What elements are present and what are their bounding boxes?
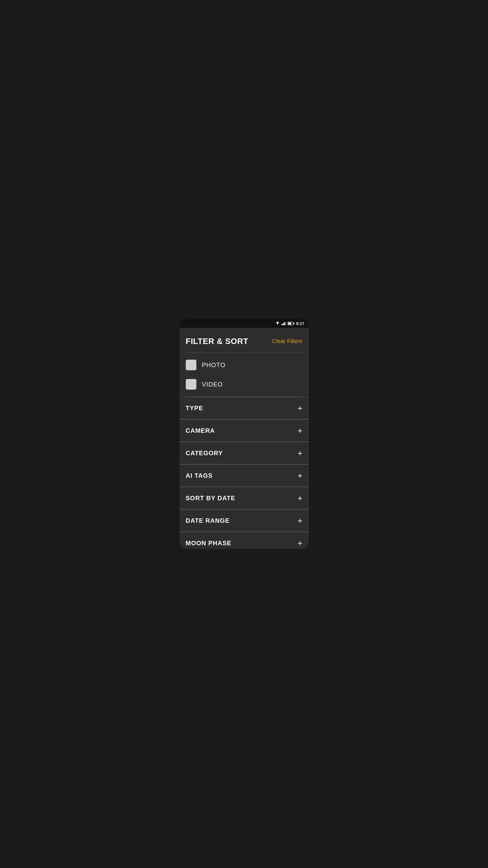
page-title: FILTER & SORT: [186, 337, 249, 346]
video-checkbox[interactable]: [186, 379, 196, 390]
type-section: TYPE +: [180, 397, 309, 419]
date-range-header[interactable]: DATE RANGE +: [180, 509, 309, 531]
date-range-label: DATE RANGE: [186, 517, 230, 524]
svg-rect-1: [283, 323, 284, 325]
camera-header[interactable]: CAMERA +: [180, 420, 309, 441]
signal-icon: [282, 321, 286, 325]
date-range-expand-icon: +: [297, 517, 302, 525]
category-section: CATEGORY +: [180, 442, 309, 464]
camera-expand-icon: +: [297, 427, 302, 435]
moon-phase-expand-icon: +: [297, 539, 302, 547]
video-checkbox-item[interactable]: VIDEO: [180, 375, 309, 394]
wifi-icon: [275, 321, 280, 325]
sort-by-date-label: SORT BY DATE: [186, 495, 235, 502]
ai-tags-label: AI TAGS: [186, 472, 213, 479]
sort-by-date-expand-icon: +: [297, 494, 302, 502]
sort-by-date-header[interactable]: SORT BY DATE +: [180, 487, 309, 509]
video-label: VIDEO: [202, 381, 223, 388]
moon-phase-label: MOON PHASE: [186, 539, 232, 547]
moon-phase-header[interactable]: MOON PHASE +: [180, 532, 309, 549]
photo-checkbox-item[interactable]: PHOTO: [180, 355, 309, 375]
type-header[interactable]: TYPE +: [180, 397, 309, 419]
filter-sort-content: FILTER & SORT Clear Filters PHOTO VIDEO …: [180, 328, 309, 549]
status-time: 8:17: [296, 321, 304, 326]
photo-checkbox[interactable]: [186, 360, 196, 370]
ai-tags-header[interactable]: AI TAGS +: [180, 465, 309, 487]
type-expand-icon: +: [297, 404, 302, 412]
date-range-section: DATE RANGE +: [180, 509, 309, 531]
category-label: CATEGORY: [186, 450, 223, 457]
camera-section: CAMERA +: [180, 419, 309, 441]
status-icons: 8:17: [275, 321, 304, 326]
sort-by-date-section: SORT BY DATE +: [180, 487, 309, 509]
photo-label: PHOTO: [202, 362, 226, 369]
battery-icon: [288, 322, 293, 325]
page-header: FILTER & SORT Clear Filters: [180, 328, 309, 352]
type-label: TYPE: [186, 405, 203, 412]
svg-rect-3: [285, 321, 286, 325]
ai-tags-section: AI TAGS +: [180, 464, 309, 487]
checkbox-section: PHOTO VIDEO: [180, 353, 309, 397]
svg-rect-2: [284, 322, 285, 325]
status-bar: 8:17: [180, 319, 309, 328]
phone-frame: 8:17 FILTER & SORT Clear Filters PHOTO V…: [180, 319, 309, 549]
clear-filters-button[interactable]: Clear Filters: [272, 338, 302, 345]
category-header[interactable]: CATEGORY +: [180, 442, 309, 464]
moon-phase-section: MOON PHASE +: [180, 532, 309, 549]
category-expand-icon: +: [297, 449, 302, 457]
ai-tags-expand-icon: +: [297, 471, 302, 479]
svg-rect-0: [282, 324, 283, 325]
camera-label: CAMERA: [186, 427, 215, 434]
